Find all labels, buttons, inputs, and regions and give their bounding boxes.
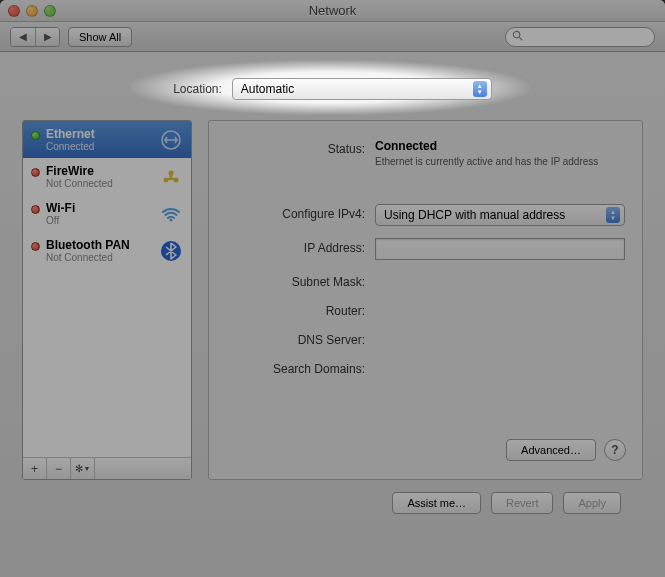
status-value: Connected <box>375 139 626 153</box>
window-footer: Assist me… Revert Apply <box>22 480 643 514</box>
sidebar-item-name: Ethernet <box>46 127 153 141</box>
search-domains-row: Search Domains: <box>225 359 626 376</box>
sidebar-item-firewire[interactable]: FireWire Not Connected <box>23 158 191 195</box>
select-arrows-icon: ▲▼ <box>473 81 487 97</box>
search-icon <box>512 30 523 43</box>
forward-button[interactable]: ▶ <box>35 28 59 46</box>
gear-icon: ✻ <box>75 463 83 474</box>
sidebar-item-sub: Off <box>46 215 153 226</box>
svg-line-1 <box>519 37 522 40</box>
ethernet-icon <box>159 128 183 152</box>
status-dot-icon <box>31 242 40 251</box>
status-row: Status: Connected Ethernet is currently … <box>225 139 626 168</box>
router-label: Router: <box>225 301 365 318</box>
titlebar: Network <box>0 0 665 22</box>
svg-point-8 <box>170 218 173 221</box>
sidebar-item-name: FireWire <box>46 164 153 178</box>
subnet-label: Subnet Mask: <box>225 272 365 289</box>
search-field[interactable] <box>505 27 655 47</box>
status-dot-icon <box>31 168 40 177</box>
nav-buttons: ◀ ▶ <box>10 27 60 47</box>
window-title: Network <box>0 3 665 18</box>
minimize-button[interactable] <box>26 5 38 17</box>
status-dot-icon <box>31 205 40 214</box>
detail-panel: Status: Connected Ethernet is currently … <box>208 120 643 480</box>
svg-rect-7 <box>166 178 176 180</box>
subnet-row: Subnet Mask: <box>225 272 626 289</box>
gear-menu-button[interactable]: ✻▼ <box>71 458 95 479</box>
sidebar-item-name: Bluetooth PAN <box>46 238 153 252</box>
search-domains-label: Search Domains: <box>225 359 365 376</box>
main-area: Ethernet Connected FireWire Not Connecte… <box>22 120 643 480</box>
configure-value: Using DHCP with manual address <box>384 208 565 222</box>
sidebar-item-sub: Connected <box>46 141 153 152</box>
sidebar-footer: + − ✻▼ <box>23 457 191 479</box>
search-input[interactable] <box>527 31 665 43</box>
status-dot-icon <box>31 131 40 140</box>
assist-button[interactable]: Assist me… <box>392 492 481 514</box>
ip-label: IP Address: <box>225 238 365 255</box>
location-value: Automatic <box>241 82 294 96</box>
dns-row: DNS Server: <box>225 330 626 347</box>
sidebar-item-sub: Not Connected <box>46 178 153 189</box>
wifi-icon <box>159 202 183 226</box>
location-select[interactable]: Automatic ▲▼ <box>232 78 492 100</box>
sidebar-item-ethernet[interactable]: Ethernet Connected <box>23 121 191 158</box>
svg-rect-6 <box>170 174 173 178</box>
show-all-button[interactable]: Show All <box>68 27 132 47</box>
status-label: Status: <box>225 139 365 156</box>
sidebar-item-name: Wi-Fi <box>46 201 153 215</box>
location-label: Location: <box>173 82 222 96</box>
add-interface-button[interactable]: + <box>23 458 47 479</box>
close-button[interactable] <box>8 5 20 17</box>
zoom-button[interactable] <box>44 5 56 17</box>
configure-row: Configure IPv4: Using DHCP with manual a… <box>225 204 626 226</box>
svg-point-0 <box>513 31 519 37</box>
select-arrows-icon: ▲▼ <box>606 207 620 223</box>
back-button[interactable]: ◀ <box>11 28 35 46</box>
help-button[interactable]: ? <box>604 439 626 461</box>
chevron-down-icon: ▼ <box>84 465 91 472</box>
status-description: Ethernet is currently active and has the… <box>375 155 626 168</box>
location-row: Location: Automatic ▲▼ <box>22 78 643 100</box>
content-area: Location: Automatic ▲▼ Ethernet Connecte… <box>0 52 665 530</box>
ip-address-input[interactable] <box>375 238 625 260</box>
traffic-lights <box>8 5 56 17</box>
bluetooth-icon <box>159 239 183 263</box>
sidebar-item-sub: Not Connected <box>46 252 153 263</box>
interfaces-sidebar: Ethernet Connected FireWire Not Connecte… <box>22 120 192 480</box>
dns-label: DNS Server: <box>225 330 365 347</box>
ip-row: IP Address: <box>225 238 626 260</box>
apply-button[interactable]: Apply <box>563 492 621 514</box>
toolbar: ◀ ▶ Show All <box>0 22 665 52</box>
firewire-icon <box>159 165 183 189</box>
sidebar-item-wifi[interactable]: Wi-Fi Off <box>23 195 191 232</box>
advanced-button[interactable]: Advanced… <box>506 439 596 461</box>
interfaces-list: Ethernet Connected FireWire Not Connecte… <box>23 121 191 457</box>
configure-ipv4-select[interactable]: Using DHCP with manual address ▲▼ <box>375 204 625 226</box>
router-row: Router: <box>225 301 626 318</box>
detail-footer: Advanced… ? <box>225 439 626 461</box>
remove-interface-button[interactable]: − <box>47 458 71 479</box>
configure-label: Configure IPv4: <box>225 204 365 221</box>
network-preferences-window: Network ◀ ▶ Show All Location: Automatic… <box>0 0 665 577</box>
revert-button[interactable]: Revert <box>491 492 553 514</box>
sidebar-item-bluetooth[interactable]: Bluetooth PAN Not Connected <box>23 232 191 269</box>
